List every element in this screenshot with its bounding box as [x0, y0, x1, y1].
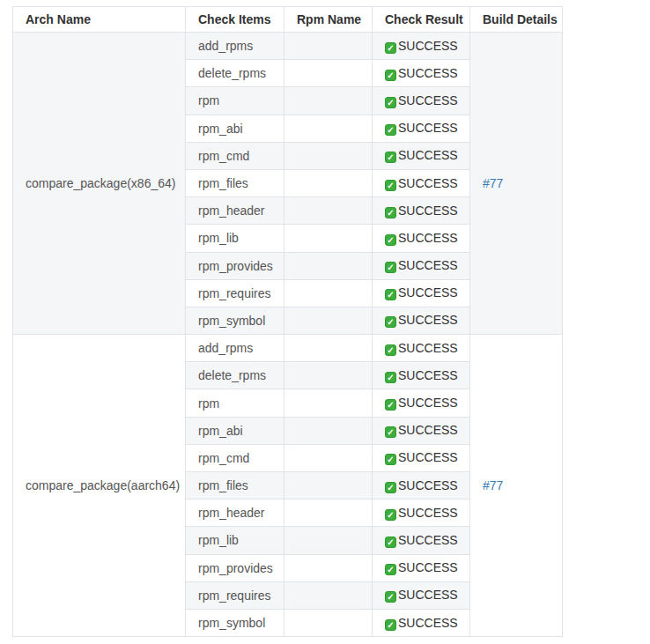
- success-check-icon: ✓: [385, 426, 396, 438]
- check-item-cell: rpm_lib: [186, 527, 284, 554]
- check-result-cell: ✓SUCCESS: [373, 279, 470, 307]
- status-text: SUCCESS: [398, 588, 458, 602]
- check-result-cell: ✓SUCCESS: [373, 142, 470, 169]
- rpm-name-cell: [284, 169, 373, 196]
- success-check-icon: ✓: [385, 97, 396, 108]
- rpm-name-cell: [284, 197, 373, 225]
- check-result-cell: ✓SUCCESS: [373, 169, 470, 196]
- status-text: SUCCESS: [398, 93, 458, 107]
- status-text: SUCCESS: [398, 396, 458, 410]
- status-text: SUCCESS: [398, 176, 458, 190]
- success-check-icon: ✓: [385, 289, 396, 300]
- check-item-cell: rpm_abi: [186, 417, 284, 444]
- check-result-cell: ✓SUCCESS: [373, 389, 470, 417]
- rpm-name-cell: [284, 335, 373, 362]
- check-item-cell: rpm_symbol: [186, 609, 284, 636]
- status-text: SUCCESS: [398, 258, 458, 272]
- success-check-icon: ✓: [385, 70, 396, 81]
- rpm-name-cell: [284, 252, 373, 279]
- check-item-cell: rpm_cmd: [186, 444, 284, 471]
- column-header-check-result: Check Result: [373, 7, 470, 33]
- check-result-cell: ✓SUCCESS: [373, 33, 470, 60]
- success-check-icon: ✓: [385, 180, 396, 191]
- check-result-cell: ✓SUCCESS: [373, 115, 470, 142]
- status-text: SUCCESS: [398, 506, 458, 520]
- success-check-icon: ✓: [385, 537, 396, 548]
- check-item-cell: rpm_requires: [186, 279, 284, 307]
- check-result-cell: ✓SUCCESS: [373, 87, 470, 115]
- rpm-name-cell: [284, 581, 373, 609]
- rpm-name-cell: [284, 527, 373, 554]
- check-result-cell: ✓SUCCESS: [373, 362, 470, 389]
- rpm-name-cell: [284, 444, 373, 471]
- build-details-cell: #77: [470, 335, 563, 637]
- check-result-cell: ✓SUCCESS: [373, 335, 470, 362]
- success-check-icon: ✓: [385, 591, 396, 603]
- success-check-icon: ✓: [385, 372, 396, 383]
- table-row: compare_package(x86_64)add_rpms✓SUCCESS#…: [13, 33, 563, 60]
- success-check-icon: ✓: [385, 454, 396, 465]
- arch-name-cell: compare_package(x86_64): [13, 33, 186, 335]
- check-item-cell: rpm_header: [186, 500, 284, 527]
- success-check-icon: ✓: [385, 234, 396, 246]
- check-result-cell: ✓SUCCESS: [373, 417, 470, 444]
- success-check-icon: ✓: [385, 482, 396, 493]
- status-text: SUCCESS: [398, 450, 458, 464]
- rpm-name-cell: [284, 115, 373, 142]
- check-item-cell: rpm_files: [186, 169, 284, 196]
- status-text: SUCCESS: [398, 423, 458, 437]
- check-result-cell: ✓SUCCESS: [373, 197, 470, 225]
- status-text: SUCCESS: [398, 39, 458, 53]
- rpm-name-cell: [284, 60, 373, 87]
- success-check-icon: ✓: [385, 316, 396, 328]
- check-item-cell: add_rpms: [186, 335, 284, 362]
- success-check-icon: ✓: [385, 509, 396, 521]
- status-text: SUCCESS: [398, 231, 458, 245]
- check-result-cell: ✓SUCCESS: [373, 60, 470, 87]
- success-check-icon: ✓: [385, 344, 396, 356]
- rpm-name-cell: [284, 279, 373, 307]
- status-text: SUCCESS: [398, 341, 458, 355]
- check-result-cell: ✓SUCCESS: [373, 609, 470, 636]
- check-result-cell: ✓SUCCESS: [373, 225, 470, 252]
- rpm-name-cell: [284, 472, 373, 500]
- status-text: SUCCESS: [398, 560, 458, 574]
- rpm-name-cell: [284, 307, 373, 334]
- check-item-cell: rpm_provides: [186, 252, 284, 279]
- check-item-cell: delete_rpms: [186, 362, 284, 389]
- rpm-name-cell: [284, 142, 373, 169]
- success-check-icon: ✓: [385, 262, 396, 273]
- table-row: compare_package(aarch64)add_rpms✓SUCCESS…: [13, 335, 563, 362]
- check-item-cell: rpm_symbol: [186, 307, 284, 334]
- build-details-link[interactable]: #77: [483, 176, 503, 190]
- status-text: SUCCESS: [398, 478, 458, 492]
- check-result-cell: ✓SUCCESS: [373, 581, 470, 609]
- build-details-link[interactable]: #77: [483, 478, 503, 492]
- check-results-table: Arch Name Check Items Rpm Name Check Res…: [12, 6, 563, 637]
- check-item-cell: rpm_provides: [186, 554, 284, 581]
- rpm-name-cell: [284, 609, 373, 636]
- rpm-name-cell: [284, 417, 373, 444]
- check-item-cell: rpm_header: [186, 197, 284, 225]
- rpm-name-cell: [284, 33, 373, 60]
- status-text: SUCCESS: [398, 121, 458, 135]
- success-check-icon: ✓: [385, 399, 396, 411]
- check-item-cell: rpm: [186, 87, 284, 115]
- column-header-check-items: Check Items: [186, 7, 284, 33]
- table-body: compare_package(x86_64)add_rpms✓SUCCESS#…: [13, 33, 563, 637]
- check-result-cell: ✓SUCCESS: [373, 472, 470, 500]
- column-header-arch-name: Arch Name: [13, 7, 186, 33]
- check-result-cell: ✓SUCCESS: [373, 554, 470, 581]
- header-row: Arch Name Check Items Rpm Name Check Res…: [13, 7, 563, 33]
- build-details-cell: #77: [470, 33, 563, 335]
- check-item-cell: rpm: [186, 389, 284, 417]
- status-text: SUCCESS: [398, 368, 458, 382]
- status-text: SUCCESS: [398, 66, 458, 80]
- success-check-icon: ✓: [385, 619, 396, 631]
- success-check-icon: ✓: [385, 152, 396, 163]
- rpm-name-cell: [284, 500, 373, 527]
- check-result-cell: ✓SUCCESS: [373, 500, 470, 527]
- check-result-cell: ✓SUCCESS: [373, 444, 470, 471]
- rpm-name-cell: [284, 554, 373, 581]
- column-header-rpm-name: Rpm Name: [284, 7, 373, 33]
